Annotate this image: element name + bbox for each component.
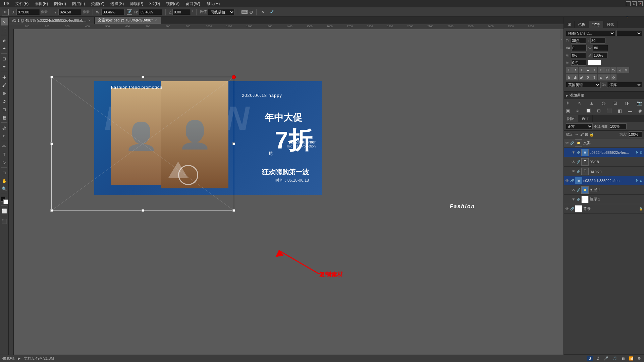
stamp-tool[interactable]: ⊕ [1, 89, 8, 97]
layer-visibility-icon[interactable]: 👁 [572, 188, 576, 192]
ligature-btn[interactable]: fi [566, 74, 572, 80]
taskbar-mic[interactable]: 🎤 [603, 356, 609, 361]
doc-tab-2-close[interactable]: ✕ [155, 19, 157, 22]
discretlig-btn[interactable]: dj [572, 74, 578, 80]
gradient-tool[interactable]: ▦ [1, 114, 8, 121]
type-tool[interactable]: T [1, 150, 8, 158]
layer-visibility-icon[interactable]: 👁 [572, 169, 576, 174]
taskbar-screen[interactable]: 🖥 [620, 357, 626, 361]
titling-btn[interactable]: T [591, 74, 597, 80]
strikethrough-btn[interactable]: T [585, 67, 591, 73]
color-balance-icon[interactable]: ⊡ [613, 101, 617, 106]
layer-text-fashion[interactable]: 👁 🔗 T fashion [564, 167, 644, 176]
select-tool[interactable]: ⬚ [1, 26, 8, 34]
screen-mode-btn[interactable]: ⬛ [1, 218, 8, 225]
angle-input[interactable] [172, 9, 191, 15]
italic-btn[interactable]: T [572, 67, 578, 73]
doc-tab-2[interactable]: 文案素材.psd @ 73.3%(RGB/8#)* ✕ [95, 17, 161, 24]
gradient-map-icon[interactable]: ▬ [628, 108, 632, 113]
opacity-input[interactable] [610, 123, 627, 129]
hscale-input[interactable] [571, 52, 586, 58]
lock-position-icon[interactable]: ↔ [575, 132, 579, 136]
warp-icon[interactable]: ⌨ [241, 9, 248, 15]
ordinal-btn[interactable]: aº [579, 74, 585, 80]
lock-paint-icon[interactable]: 🖌 [580, 132, 584, 136]
blend-mode-select[interactable]: 正常 [566, 123, 593, 129]
superscript-btn[interactable]: T [591, 67, 597, 73]
handle-bottom-mid[interactable] [142, 209, 144, 212]
menu-edit[interactable]: 编辑(E) [32, 0, 51, 7]
menu-help[interactable]: 帮助(H) [204, 0, 223, 7]
interpolation-select[interactable]: 两线插值 [208, 9, 235, 15]
menu-layer[interactable]: 图层(L) [69, 0, 88, 7]
menu-view[interactable]: 视图(V) [163, 0, 182, 7]
menu-window[interactable]: 窗口(W) [183, 0, 203, 7]
link-wh-btn[interactable]: 🔗 [127, 9, 132, 15]
underline-btn[interactable]: T [579, 67, 585, 73]
quick-mask-tool[interactable]: ⬜ [1, 207, 8, 215]
fract-btn[interactable]: ½ [617, 67, 623, 73]
all-caps-btn[interactable]: TT [604, 67, 610, 73]
color-picker[interactable] [1, 197, 8, 204]
lasso-tool[interactable]: ⌀ [1, 37, 8, 44]
blur-tool[interactable]: ◎ [1, 124, 8, 131]
subscript-btn[interactable]: T [598, 67, 604, 73]
window-maximize[interactable]: □ [632, 1, 637, 6]
eraser-tool[interactable]: ◻ [1, 106, 8, 113]
photo-filter-icon[interactable]: 📷 [637, 101, 642, 106]
layer-visibility-icon[interactable]: 👁 [565, 206, 569, 211]
oldstyle-btn[interactable]: fi [623, 67, 629, 73]
x-input[interactable] [16, 9, 40, 15]
hue-sat-icon[interactable]: ◎ [602, 101, 605, 106]
taskbar-lang-btn[interactable]: S [587, 356, 593, 361]
handle-bottom-left[interactable] [50, 209, 53, 212]
confirm-transform-btn[interactable]: ✓ [268, 8, 276, 16]
brightness-icon[interactable]: ☀ [566, 101, 570, 106]
posterize-icon[interactable]: ⬛ [606, 108, 612, 113]
layer-visibility-icon[interactable]: 👁 [572, 160, 576, 164]
vibrance-icon[interactable]: ▣ [566, 108, 570, 113]
tab-swatches[interactable]: 色板 [575, 21, 589, 28]
history-brush-tool[interactable]: ↺ [1, 98, 8, 105]
brush-tool[interactable]: 🖌 [1, 81, 8, 89]
color-lookup-icon[interactable]: 🔲 [586, 108, 591, 113]
magic-select-tool[interactable]: ✦ [1, 45, 8, 52]
tab-character[interactable]: 字符 [589, 21, 603, 28]
curves-icon[interactable]: ∿ [578, 101, 582, 106]
crop-tool[interactable]: ⊡ [1, 55, 8, 62]
handle-bottom-right[interactable] [232, 209, 235, 212]
fill-input[interactable] [629, 131, 642, 137]
tab-properties[interactable]: 属 [564, 21, 575, 28]
window-close[interactable]: ✕ [638, 1, 643, 6]
swash-btn[interactable]: ℜ [585, 74, 591, 80]
tab-paragraph[interactable]: 段落 [603, 21, 618, 28]
eyedropper-tool[interactable]: ✒ [1, 63, 8, 70]
menu-file[interactable]: 文件(F) [13, 0, 31, 7]
font-style-select[interactable] [616, 30, 642, 36]
handle-top-mid[interactable] [142, 76, 144, 78]
language-select[interactable]: 英国英语 [566, 82, 601, 88]
menu-image[interactable]: 图像(I) [51, 0, 68, 7]
no-transform-icon[interactable]: ⊘ [249, 9, 253, 15]
path-select-tool[interactable]: ▷ [1, 159, 8, 166]
layer-img1[interactable]: 👁 🔗 ▦ c03224cb385922c4ec... fx ⊡ [564, 148, 644, 157]
menu-select[interactable]: 选择(S) [108, 0, 126, 7]
antialiasing-select[interactable]: 浑厚 [607, 82, 642, 88]
channels-tab[interactable]: 通道 [578, 115, 593, 122]
lock-artboard-icon[interactable]: ⊡ [585, 132, 588, 137]
handle-top-right[interactable] [232, 75, 236, 79]
dodge-tool[interactable]: ○ [1, 132, 8, 139]
layer-text-0618[interactable]: 👁 🔗 T 06:18 [564, 157, 644, 167]
lock-all-icon[interactable]: 🔒 [589, 132, 594, 137]
zoom-tool[interactable]: 🔍 [1, 185, 8, 192]
layer-visibility-icon[interactable]: 👁 [572, 150, 576, 155]
y-input[interactable] [58, 9, 82, 15]
levels-icon[interactable]: ▲ [589, 101, 594, 106]
layer-sublayer1[interactable]: 👁 🔗 📁 图层 1 [564, 185, 644, 195]
shape-tool[interactable]: □ [1, 169, 8, 176]
va-input[interactable] [572, 45, 587, 51]
taskbar-network[interactable]: 📶 [628, 356, 635, 361]
move-tool[interactable]: ↖ [1, 18, 8, 25]
layer-visibility-icon[interactable]: 👁 [565, 178, 569, 183]
handle-mid-left[interactable] [50, 142, 53, 145]
